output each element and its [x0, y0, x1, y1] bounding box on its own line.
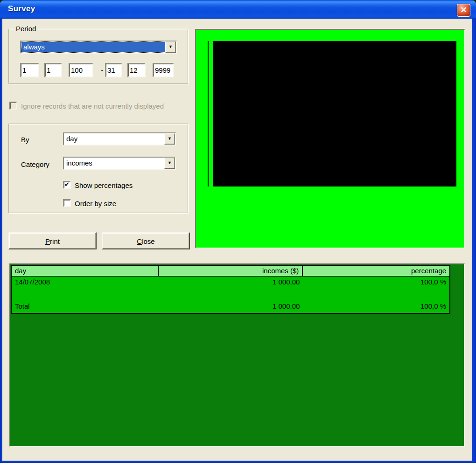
category-combobox[interactable]: incomes ▼	[63, 157, 176, 170]
category-label: Category	[21, 160, 49, 168]
chevron-down-icon: ▼	[168, 160, 172, 165]
category-edit[interactable]: incomes	[64, 158, 164, 169]
chart-bar-14-07-2008	[213, 41, 456, 187]
date-range-separator: -	[99, 63, 105, 77]
to-day-field[interactable]	[105, 63, 122, 77]
show-percentages-label: Show percentages	[75, 181, 133, 189]
results-panel: day incomes ($) percentage 14/07/2008 1 …	[9, 263, 465, 447]
cell-total-incomes[interactable]: 1 000,00	[159, 301, 303, 313]
cell-day[interactable]	[12, 289, 159, 301]
ignore-records-checkbox[interactable]	[9, 102, 17, 110]
order-by-size-checkbox[interactable]	[63, 199, 71, 207]
check-icon: ✔	[64, 181, 70, 188]
table-row-total[interactable]: Total 1 000,00 100,0 %	[12, 301, 449, 313]
column-header-day[interactable]: day	[12, 266, 159, 276]
to-month-field[interactable]	[127, 63, 146, 77]
by-dropdown-button[interactable]: ▼	[164, 133, 175, 145]
dialog-body: Period always ▼ - Ignore records that ar…	[2, 19, 472, 461]
by-combobox[interactable]: day ▼	[63, 132, 176, 145]
print-button[interactable]: Print	[8, 232, 97, 249]
cell-incomes[interactable]: 1 000,00	[159, 276, 303, 289]
results-grid: day incomes ($) percentage 14/07/2008 1 …	[11, 265, 450, 314]
chevron-down-icon: ▼	[168, 136, 172, 141]
chevron-down-icon: ▼	[168, 44, 173, 49]
period-range-dropdown-button[interactable]: ▼	[165, 41, 176, 53]
survey-dialog: Survey ✕ Period always ▼ - Ignore record…	[0, 0, 476, 463]
category-value[interactable]: incomes	[64, 158, 164, 168]
period-group-label: Period	[14, 25, 38, 33]
by-edit[interactable]: day	[64, 133, 164, 145]
period-range-value[interactable]: always	[21, 42, 165, 52]
title-bar[interactable]: Survey ✕	[0, 0, 476, 19]
by-label: By	[21, 136, 29, 144]
cell-day[interactable]: 14/07/2008	[12, 276, 159, 289]
from-month-field[interactable]	[44, 63, 62, 77]
cell-percentage[interactable]: 100,0 %	[303, 276, 449, 289]
by-value[interactable]: day	[64, 134, 164, 144]
show-percentages-checkbox[interactable]: ✔	[63, 181, 71, 189]
grid-header-row: day incomes ($) percentage	[12, 266, 449, 276]
chart-canvas	[195, 29, 465, 249]
cell-total-label[interactable]: Total	[12, 301, 159, 313]
table-row[interactable]: 14/07/2008 1 000,00 100,0 %	[12, 276, 449, 289]
column-header-percentage[interactable]: percentage	[303, 266, 449, 276]
chart-y-axis	[208, 41, 209, 187]
close-button[interactable]: Close	[102, 232, 190, 249]
order-by-size-label: Order by size	[75, 200, 116, 207]
cell-total-percentage[interactable]: 100,0 %	[303, 301, 449, 313]
cell-incomes[interactable]	[159, 289, 303, 301]
table-row[interactable]	[12, 289, 449, 301]
period-range-combobox[interactable]: always ▼	[20, 41, 177, 54]
cell-percentage[interactable]	[303, 289, 449, 301]
from-year-field[interactable]	[69, 63, 93, 77]
close-icon: ✕	[460, 6, 467, 14]
ignore-records-label: Ignore records that are not currently di…	[21, 102, 164, 110]
window-title: Survey	[8, 4, 35, 14]
from-day-field[interactable]	[20, 63, 39, 77]
close-window-button[interactable]: ✕	[457, 4, 470, 17]
period-range-edit[interactable]: always	[21, 41, 165, 53]
category-dropdown-button[interactable]: ▼	[164, 158, 175, 169]
to-year-field[interactable]	[153, 63, 174, 77]
column-header-incomes[interactable]: incomes ($)	[159, 266, 303, 276]
